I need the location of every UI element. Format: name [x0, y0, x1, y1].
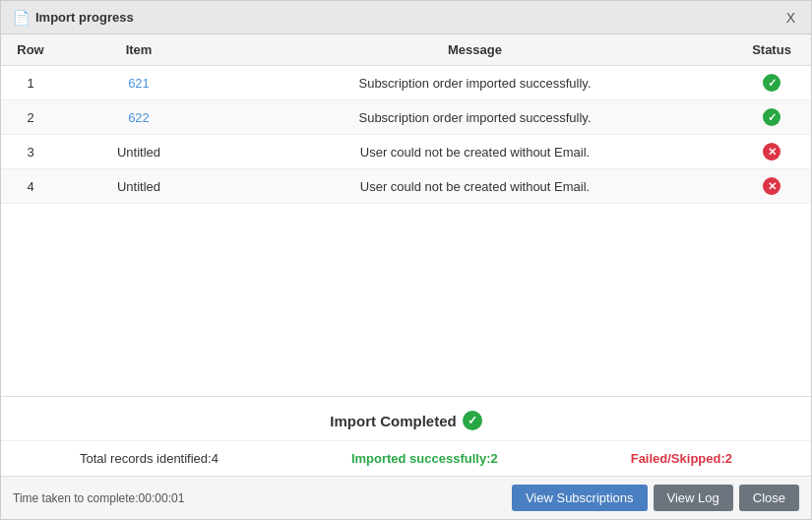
- item-link[interactable]: 621: [128, 76, 150, 91]
- error-icon: ✕: [763, 177, 781, 195]
- import-table: Row Item Message Status 1621Subscription…: [1, 34, 811, 204]
- table-row: 2622Subscription order imported successf…: [1, 100, 811, 135]
- cell-message: Subscription order imported successfully…: [218, 66, 732, 100]
- table-body: 1621Subscription order imported successf…: [1, 66, 811, 204]
- col-header-message: Message: [218, 34, 732, 66]
- cell-item: Untitled: [60, 169, 218, 204]
- cell-item[interactable]: 622: [60, 100, 218, 135]
- table-row: 1621Subscription order imported successf…: [1, 66, 811, 100]
- cell-row-number: 4: [1, 169, 60, 204]
- col-header-item: Item: [60, 34, 218, 66]
- cell-status: ✓: [732, 100, 811, 135]
- import-completed-label: Import Completed: [330, 413, 456, 429]
- dialog-title: Import progress: [35, 10, 134, 25]
- table-row: 4UntitledUser could not be created witho…: [1, 169, 811, 204]
- action-buttons: View Subscriptions View Log Close: [512, 485, 799, 511]
- stats-row: Total records identified:4 Imported succ…: [1, 441, 811, 476]
- bottom-bar: Time taken to complete:00:00:01 View Sub…: [1, 476, 811, 519]
- title-bar: 📄 Import progress X: [1, 1, 811, 34]
- import-progress-dialog: 📄 Import progress X Row Item Message Sta…: [0, 0, 812, 520]
- item-link[interactable]: 622: [128, 110, 150, 125]
- stat-total: Total records identified:4: [80, 451, 219, 466]
- cell-item[interactable]: 621: [60, 66, 218, 100]
- cell-message: User could not be created without Email.: [218, 169, 732, 204]
- error-icon: ✕: [763, 143, 781, 161]
- table-header-row: Row Item Message Status: [1, 34, 811, 66]
- success-icon: ✓: [763, 74, 781, 92]
- title-bar-left: 📄 Import progress: [13, 10, 134, 26]
- cell-item: Untitled: [60, 135, 218, 169]
- completed-check-icon: ✓: [463, 411, 482, 430]
- stat-success: Imported successfully:2: [351, 451, 498, 466]
- close-button[interactable]: Close: [739, 485, 799, 511]
- cell-message: Subscription order imported successfully…: [218, 100, 732, 135]
- import-completed-section: Import Completed ✓: [1, 397, 811, 441]
- cell-status: ✕: [732, 169, 811, 204]
- cell-status: ✕: [732, 135, 811, 169]
- cell-row-number: 3: [1, 135, 60, 169]
- import-completed-text: Import Completed ✓: [330, 411, 481, 430]
- cell-row-number: 2: [1, 100, 60, 135]
- footer-area: Import Completed ✓ Total records identif…: [1, 396, 811, 519]
- title-bar-close-button[interactable]: X: [782, 11, 799, 25]
- cell-message: User could not be created without Email.: [218, 135, 732, 169]
- dialog-icon: 📄: [13, 10, 30, 26]
- col-header-row: Row: [1, 34, 60, 66]
- table-row: 3UntitledUser could not be created witho…: [1, 135, 811, 169]
- table-area: Row Item Message Status 1621Subscription…: [1, 34, 811, 396]
- success-icon: ✓: [763, 108, 781, 126]
- stat-failed: Failed/Skipped:2: [631, 451, 732, 466]
- time-taken: Time taken to complete:00:00:01: [13, 491, 184, 505]
- view-log-button[interactable]: View Log: [654, 485, 733, 511]
- view-subscriptions-button[interactable]: View Subscriptions: [512, 485, 648, 511]
- col-header-status: Status: [732, 34, 811, 66]
- cell-status: ✓: [732, 66, 811, 100]
- cell-row-number: 1: [1, 66, 60, 100]
